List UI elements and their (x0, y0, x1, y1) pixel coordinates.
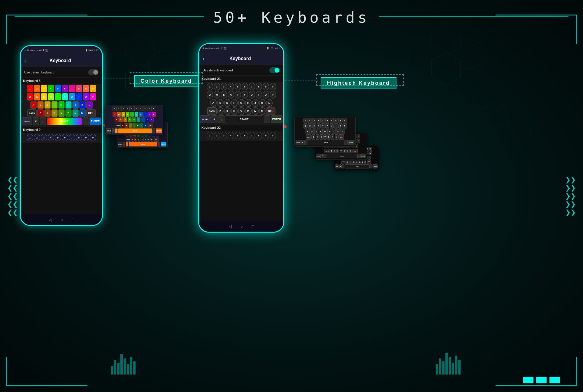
key-8[interactable]: 8 (76, 85, 82, 92)
corner-decoration-bl (6, 357, 87, 386)
key-j[interactable]: J (72, 101, 79, 109)
nav-recent-left[interactable]: □ (72, 217, 74, 222)
key-e[interactable]: E (41, 93, 47, 101)
k9-3[interactable]: 3 (41, 134, 47, 141)
key-x[interactable]: X (44, 109, 51, 117)
k9-8[interactable]: 8 (76, 134, 82, 141)
r21-k4[interactable]: 4 (228, 83, 234, 90)
back-button-left[interactable]: ‹ (24, 57, 26, 64)
r21-k5[interactable]: 5 (235, 83, 241, 90)
r21-num-row: 1 2 3 4 5 6 7 8 9 0 (200, 83, 282, 90)
keyboard-9-area: 1 2 3 4 5 6 7 8 9 0 (21, 133, 102, 143)
keyboard-title-right: Keyboard (208, 56, 273, 61)
k9-4[interactable]: 4 (48, 134, 54, 141)
back-button-right[interactable]: ‹ (203, 55, 205, 62)
r21-space[interactable]: SPACE (225, 115, 263, 123)
key-n[interactable]: N (72, 109, 79, 117)
status-text-right: ✈ Airplane mode ⬆ 📷 (203, 47, 226, 50)
corner-decoration-tr (496, 15, 577, 44)
del-key-left[interactable]: DEL (86, 109, 96, 117)
key-9[interactable]: 9 (83, 85, 89, 92)
a-row-color: A S D F G H J K L (22, 101, 101, 109)
nav-recent-right[interactable]: □ (252, 224, 254, 229)
eq-bars-left (111, 354, 136, 375)
enter-key-left[interactable]: ENTER (89, 117, 101, 125)
right-arrows: ❯❯ ❯❯ ❯❯ ❯❯ ❯❯ (565, 177, 576, 216)
color-keyboard-label: Color Keyboard (134, 75, 199, 87)
eq-bars-right (436, 353, 461, 375)
k9-1[interactable]: 1 (27, 134, 33, 141)
r21-caps[interactable]: CAPS (207, 107, 217, 115)
key-l[interactable]: L (86, 101, 93, 109)
k9-7[interactable]: 7 (69, 134, 75, 141)
toggle-left[interactable] (88, 69, 99, 75)
key-p[interactable]: P (90, 93, 96, 101)
r21-k2[interactable]: 2 (214, 83, 220, 90)
key-6[interactable]: 6 (62, 85, 68, 92)
r21-k6[interactable]: 6 (242, 83, 248, 90)
r21-k7[interactable]: 7 (249, 83, 255, 90)
key-7[interactable]: 7 (69, 85, 75, 92)
r21-k8[interactable]: 8 (256, 83, 262, 90)
key-5[interactable]: 5 (55, 85, 61, 92)
default-keyboard-row-right: Use default keyboard (199, 65, 283, 76)
keyboard-header-left: ‹ Keyboard (21, 54, 102, 67)
key-w[interactable]: W (34, 93, 40, 101)
key-c[interactable]: C (51, 109, 58, 117)
status-bar-left: ✈ Airplane mode ⬆ 📷 🔋100+ 6:17 (21, 46, 102, 54)
key-t[interactable]: T (55, 93, 61, 101)
r21-k3[interactable]: 3 (221, 83, 227, 90)
key-r[interactable]: R (48, 93, 54, 101)
key-m[interactable]: M (79, 109, 86, 117)
toggle-right[interactable] (269, 67, 280, 73)
r21-k1[interactable]: 1 (207, 83, 213, 90)
dot-key-left[interactable]: . (82, 117, 89, 125)
nav-back-left[interactable]: ◁ (49, 217, 52, 222)
r21-k0[interactable]: 0 (270, 83, 276, 90)
k9-2[interactable]: 2 (34, 134, 40, 141)
k9-9[interactable]: 9 (83, 134, 89, 141)
r21-k9[interactable]: 9 (263, 83, 269, 90)
key-y[interactable]: Y (62, 93, 68, 101)
k9-0[interactable]: 0 (90, 134, 96, 141)
key-o[interactable]: O (83, 93, 89, 101)
space-key-left[interactable]: SPACE (47, 117, 82, 125)
key-q[interactable]: Q (27, 93, 33, 101)
key-v[interactable]: V (58, 109, 65, 117)
k9-6[interactable]: 6 (62, 134, 68, 141)
nav-back-right[interactable]: ◁ (229, 224, 232, 229)
keyboard-8-label: Keyboard 8 (21, 78, 102, 84)
r21-del[interactable]: DEL (266, 107, 275, 115)
key-b[interactable]: B (65, 109, 72, 117)
key-u[interactable]: U (69, 93, 75, 101)
key-i[interactable]: I (76, 93, 82, 101)
r21-done[interactable]: DONE (200, 115, 210, 123)
bottom-dots (523, 377, 560, 383)
comma-key-left[interactable]: , (40, 117, 46, 125)
key-3[interactable]: 3 (41, 85, 47, 92)
default-keyboard-row-left: Use default keyboard (21, 67, 102, 78)
key-g[interactable]: G (58, 101, 65, 109)
key-f[interactable]: F (51, 101, 58, 109)
q-row-color: Q W E R T Y U I O P (22, 93, 101, 101)
key-d[interactable]: D (44, 101, 51, 109)
nav-home-left[interactable]: ○ (61, 217, 63, 222)
k9-5[interactable]: 5 (55, 134, 61, 141)
done-key-left[interactable]: DONE (22, 117, 32, 125)
key-k[interactable]: K (79, 101, 86, 109)
keyboard-8-area: 1 2 3 4 5 6 7 8 9 0 Q W E R T Y U I (21, 84, 102, 127)
key-1[interactable]: 1 (27, 85, 33, 92)
key-h[interactable]: H (65, 101, 72, 109)
key-2[interactable]: 2 (34, 85, 40, 92)
caps-key-left[interactable]: CAPS (27, 109, 37, 117)
key-0[interactable]: 0 (90, 85, 96, 92)
r21-enter[interactable]: ENTER (271, 115, 282, 123)
hash-key-left[interactable]: # (33, 117, 39, 125)
key-a[interactable]: A (30, 101, 37, 109)
nav-home-right[interactable]: ○ (240, 224, 243, 229)
key-4[interactable]: 4 (48, 85, 54, 92)
key-s[interactable]: S (37, 101, 44, 109)
status-right-left: 🔋100+ 6:17 (85, 49, 99, 52)
phone-right-screen: ✈ Airplane mode ⬆ 📷 🔋100+ 4:21 ‹ Keyboar… (199, 44, 283, 232)
key-z[interactable]: Z (37, 109, 44, 117)
